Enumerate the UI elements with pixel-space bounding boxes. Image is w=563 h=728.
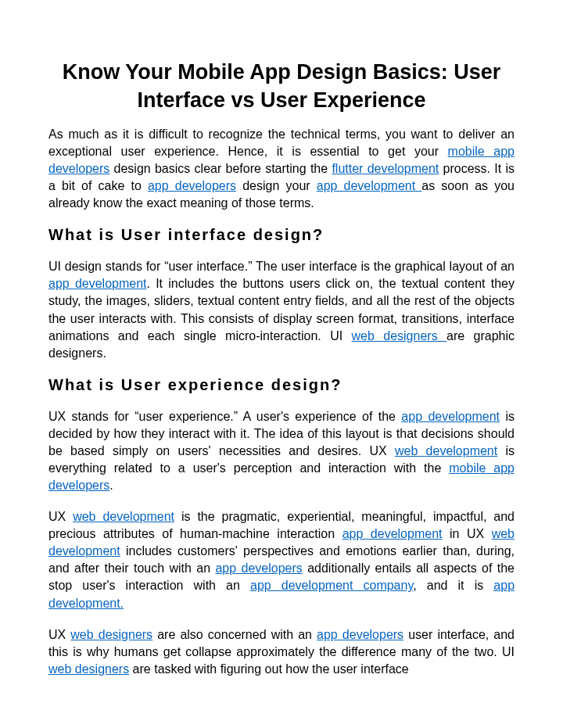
text: in UX bbox=[442, 527, 491, 540]
link-web-designers[interactable]: web designers bbox=[70, 628, 152, 641]
link-flutter-development[interactable]: flutter development bbox=[332, 162, 439, 175]
page-title: Know Your Mobile App Design Basics: User… bbox=[48, 58, 515, 115]
text: UX bbox=[48, 628, 70, 641]
link-app-developers[interactable]: app developers bbox=[215, 561, 302, 575]
link-app-development-company[interactable]: app development company bbox=[250, 579, 413, 592]
intro-paragraph: As much as it is difficult to recognize … bbox=[48, 126, 515, 212]
link-web-designers[interactable]: web designers bbox=[352, 329, 446, 342]
link-app-development[interactable]: app development bbox=[401, 410, 500, 423]
heading-ux-design: What is User experience design? bbox=[48, 376, 515, 394]
text: . bbox=[109, 479, 113, 492]
link-web-designers[interactable]: web designers bbox=[48, 662, 129, 676]
ui-paragraph: UI design stands for “user interface.” T… bbox=[48, 258, 515, 361]
text: are also concerned with an bbox=[152, 628, 317, 641]
link-web-development[interactable]: web development bbox=[395, 444, 497, 457]
ux-paragraph-1: UX stands for “user experience.” A user'… bbox=[48, 408, 515, 494]
link-app-development[interactable]: app development bbox=[48, 277, 147, 290]
ux-paragraph-2: UX web development is the pragmatic, exp… bbox=[48, 508, 515, 611]
text: design your bbox=[236, 179, 317, 192]
text: As much as it is difficult to recognize … bbox=[48, 127, 515, 158]
text: UX stands for “user experience.” A user'… bbox=[48, 410, 401, 423]
text: , and it is bbox=[413, 579, 493, 592]
ux-paragraph-3: UX web designers are also concerned with… bbox=[48, 626, 515, 678]
link-app-development[interactable]: app development bbox=[317, 179, 422, 192]
link-app-developers[interactable]: app developers bbox=[148, 179, 236, 192]
heading-ui-design: What is User interface design? bbox=[48, 226, 515, 244]
text: design basics clear before starting the bbox=[109, 162, 332, 175]
text: UI design stands for “user interface.” T… bbox=[48, 260, 515, 273]
link-app-development[interactable]: app development bbox=[342, 527, 443, 540]
link-web-development[interactable]: web development bbox=[73, 510, 174, 523]
link-app-developers[interactable]: app developers bbox=[317, 628, 403, 641]
text: are tasked with figuring out how the use… bbox=[129, 662, 409, 676]
text: UX bbox=[48, 510, 73, 523]
